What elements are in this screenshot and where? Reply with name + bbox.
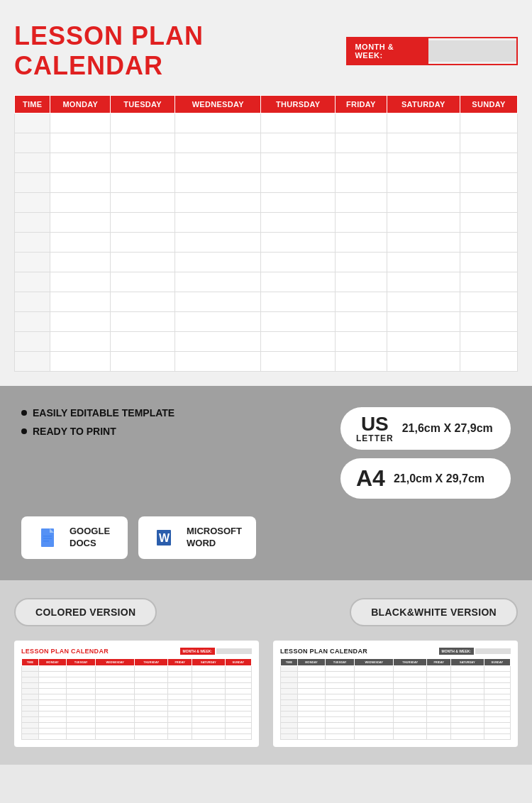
colored-preview-title: LESSON PLAN CALENDAR — [21, 648, 109, 655]
middle-section: EASILY EDITABLE TEMPLATE READY TO PRINT … — [0, 386, 532, 580]
bw-preview-header: LESSON PLAN CALENDAR MONTH & WEEK: — [280, 648, 511, 655]
table-row — [22, 729, 252, 734]
table-row — [15, 272, 518, 292]
table-header-row: TIME MONDAY TUESDAY WEDNESDAY THURSDAY F… — [15, 96, 518, 113]
google-docs-button[interactable]: GOOGLE DOCS — [21, 516, 128, 559]
feature-item-2: READY TO PRINT — [21, 426, 174, 437]
col-tuesday: TUESDAY — [111, 96, 175, 113]
table-row — [15, 292, 518, 312]
bw-preview-title: LESSON PLAN CALENDAR — [280, 648, 367, 655]
table-row — [281, 700, 511, 706]
month-week-label: MONTH & WEEK: — [348, 38, 428, 64]
table-row — [281, 729, 511, 734]
svg-rect-2 — [43, 536, 52, 537]
table-row — [22, 711, 252, 717]
table-row — [15, 153, 518, 173]
table-row — [281, 672, 511, 677]
table-row — [22, 717, 252, 723]
page-title: LESSON PLAN CALENDAR — [14, 21, 346, 81]
table-row — [15, 312, 518, 332]
table-row — [15, 113, 518, 133]
calendar-table: TIME MONDAY TUESDAY WEDNESDAY THURSDAY F… — [14, 95, 518, 372]
us-label: US — [361, 414, 389, 434]
microsoft-word-icon: W — [153, 525, 178, 550]
table-row — [281, 683, 511, 689]
table-row — [15, 133, 518, 153]
sizes-column: US LETTER 21,6cm X 27,9cm A4 21,0cm X 29… — [340, 407, 511, 499]
table-row — [22, 734, 252, 740]
table-row — [281, 717, 511, 723]
features-column: EASILY EDITABLE TEMPLATE READY TO PRINT — [21, 407, 174, 444]
bottom-section: COLORED VERSION BLACK&WHITE VERSION LESS… — [0, 580, 532, 765]
header-row: LESSON PLAN CALENDAR MONTH & WEEK: — [14, 21, 518, 81]
colored-preview-month: MONTH & WEEK: — [180, 648, 252, 655]
letter-label: LETTER — [356, 434, 394, 443]
table-row — [281, 734, 511, 740]
a4-badge: A4 21,0cm X 29,7cm — [340, 458, 511, 499]
col-thursday: THURSDAY — [261, 96, 336, 113]
table-row — [281, 689, 511, 694]
feature-item-1: EASILY EDITABLE TEMPLATE — [21, 407, 174, 419]
table-row — [15, 193, 518, 213]
a4-label: A4 — [356, 465, 385, 492]
col-friday: FRIDAY — [336, 96, 387, 113]
table-row — [15, 352, 518, 372]
table-row — [22, 677, 252, 683]
table-row — [281, 677, 511, 683]
svg-rect-4 — [43, 541, 49, 542]
mini-colored-body — [22, 666, 252, 740]
table-row — [22, 694, 252, 700]
app-buttons-row: GOOGLE DOCS W MICROSOFT WORD — [21, 516, 511, 559]
previews-row: LESSON PLAN CALENDAR MONTH & WEEK: TIME … — [14, 641, 518, 747]
month-week-input[interactable] — [428, 40, 516, 62]
colored-preview-header: LESSON PLAN CALENDAR MONTH & WEEK: — [21, 648, 252, 655]
features-and-sizes: EASILY EDITABLE TEMPLATE READY TO PRINT … — [21, 407, 511, 499]
table-row — [15, 173, 518, 193]
bw-preview-month: MONTH & WEEK: — [439, 648, 511, 655]
table-row — [281, 723, 511, 729]
bw-preview-table: TIME MONDAY TUESDAY WEDNESDAY THURSDAY F… — [280, 658, 511, 740]
bullet-icon — [21, 410, 27, 416]
a4-dims: 21,0cm X 29,7cm — [394, 472, 484, 485]
table-row — [281, 694, 511, 700]
colored-version-button[interactable]: COLORED VERSION — [14, 598, 157, 626]
bw-preview-card: LESSON PLAN CALENDAR MONTH & WEEK: TIME … — [273, 641, 518, 747]
mini-bw-body — [281, 666, 511, 740]
table-row — [22, 706, 252, 711]
table-row — [281, 706, 511, 711]
google-docs-icon — [35, 525, 61, 550]
colored-preview-card: LESSON PLAN CALENDAR MONTH & WEEK: TIME … — [14, 641, 259, 747]
table-row — [15, 253, 518, 272]
table-row — [22, 689, 252, 694]
microsoft-word-button[interactable]: W MICROSOFT WORD — [138, 516, 256, 559]
top-section: LESSON PLAN CALENDAR MONTH & WEEK: TIME … — [0, 0, 532, 386]
col-monday: MONDAY — [50, 96, 111, 113]
table-row — [22, 666, 252, 672]
colored-preview-month-input — [216, 648, 252, 654]
colored-preview-table: TIME MONDAY TUESDAY WEDNESDAY THURSDAY F… — [21, 658, 252, 740]
table-row — [22, 683, 252, 689]
features-list: EASILY EDITABLE TEMPLATE READY TO PRINT — [21, 407, 174, 437]
month-week-group: MONTH & WEEK: — [346, 37, 518, 65]
us-label-group: US LETTER — [356, 414, 394, 443]
table-row — [15, 233, 518, 253]
svg-text:W: W — [159, 532, 170, 544]
bw-version-button[interactable]: BLACK&WHITE VERSION — [350, 598, 518, 626]
calendar-body — [15, 113, 518, 372]
table-row — [15, 332, 518, 352]
bullet-icon-2 — [21, 428, 27, 434]
version-buttons-row: COLORED VERSION BLACK&WHITE VERSION — [14, 598, 518, 626]
col-time: TIME — [15, 96, 50, 113]
svg-rect-3 — [43, 538, 52, 540]
col-wednesday: WEDNESDAY — [175, 96, 261, 113]
table-row — [22, 700, 252, 706]
table-row — [22, 672, 252, 677]
microsoft-word-label: MICROSOFT WORD — [187, 526, 242, 550]
col-saturday: SATURDAY — [387, 96, 460, 113]
table-row — [281, 711, 511, 717]
google-docs-label: GOOGLE DOCS — [70, 526, 110, 550]
us-dims: 21,6cm X 27,9cm — [402, 422, 493, 435]
table-row — [15, 213, 518, 233]
table-row — [281, 666, 511, 672]
bw-preview-month-input — [475, 648, 511, 654]
